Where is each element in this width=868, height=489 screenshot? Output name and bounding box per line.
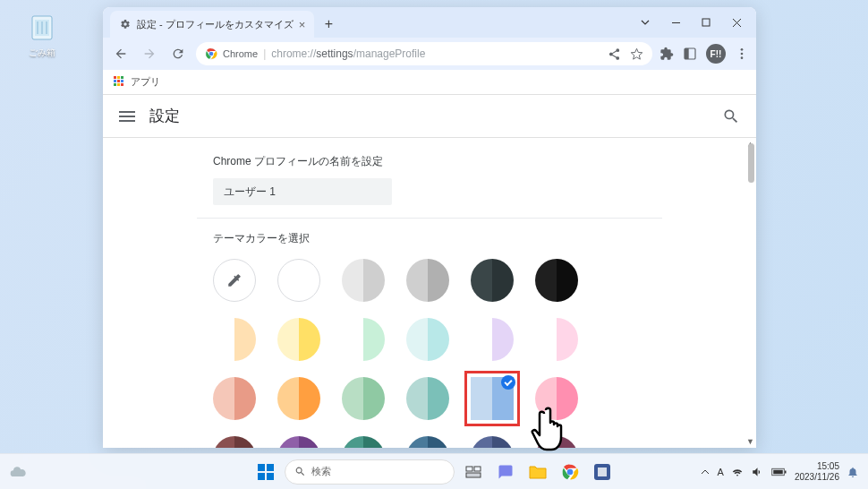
tab-close-button[interactable]: × <box>299 18 306 31</box>
svg-rect-26 <box>773 469 783 474</box>
theme-color-swatch-12[interactable] <box>213 377 256 420</box>
address-origin: Chrome <box>223 48 258 59</box>
scrollbar-thumb[interactable] <box>748 143 754 183</box>
cursor-hand-icon <box>530 403 574 457</box>
search-icon[interactable] <box>722 107 740 125</box>
wifi-icon[interactable] <box>731 466 744 478</box>
theme-color-swatch-16[interactable] <box>471 377 514 420</box>
recycle-bin-label: ごみ箱 <box>20 47 64 59</box>
minimize-button[interactable] <box>668 18 683 28</box>
scrollbar[interactable]: ▲ ▼ <box>744 138 756 448</box>
desktop-recycle-bin[interactable]: ごみ箱 <box>20 11 64 59</box>
omnibox-right-icons <box>608 47 643 61</box>
star-icon[interactable] <box>630 47 643 61</box>
chrome-icon <box>205 47 217 60</box>
theme-color-swatch-15[interactable] <box>406 377 449 420</box>
theme-color-swatch-6[interactable] <box>213 318 256 361</box>
apps-icon[interactable] <box>114 76 126 89</box>
menu-dots-icon[interactable] <box>735 47 749 61</box>
theme-color-swatch-8[interactable] <box>342 318 385 361</box>
close-button[interactable] <box>729 18 744 28</box>
cloud-icon <box>9 463 27 481</box>
file-explorer-icon[interactable] <box>524 459 551 485</box>
taskbar-center: 検索 <box>252 459 616 485</box>
svg-point-12 <box>741 56 744 59</box>
theme-color-swatch-21[interactable] <box>406 436 449 448</box>
taskbar: 検索 A 15:05 2023/11/26 <box>0 453 868 489</box>
chrome-taskbar-icon[interactable] <box>557 459 583 485</box>
titlebar: 設定 - プロフィールをカスタマイズ × + <box>103 7 756 38</box>
start-button[interactable] <box>252 459 279 485</box>
settings-content: Chrome プロフィールの名前を設定 テーマカラーを選択 ▲ ▼ <box>103 138 756 448</box>
hamburger-menu[interactable] <box>119 108 135 124</box>
volume-icon[interactable] <box>751 466 764 478</box>
apps-label[interactable]: アプリ <box>131 75 160 89</box>
window-controls <box>625 7 756 38</box>
profile-name-section: Chrome プロフィールの名前を設定 <box>197 142 662 219</box>
theme-color-swatch-13[interactable] <box>277 377 320 420</box>
maximize-button[interactable] <box>699 18 713 27</box>
extension-icons: F!! <box>660 44 749 64</box>
theme-color-swatch-14[interactable] <box>342 377 385 420</box>
search-placeholder: 検索 <box>311 465 331 478</box>
svg-point-11 <box>741 53 744 56</box>
battery-icon[interactable] <box>771 467 787 477</box>
bookmark-side-icon[interactable] <box>683 47 697 61</box>
theme-color-swatch-19[interactable] <box>277 436 320 448</box>
tray-chevron-icon[interactable] <box>700 467 711 477</box>
theme-color-swatch-1[interactable] <box>277 259 320 302</box>
gear-icon <box>119 18 132 30</box>
theme-color-swatch-5[interactable] <box>535 259 578 302</box>
svg-rect-18 <box>474 467 481 471</box>
settings-card: Chrome プロフィールの名前を設定 テーマカラーを選択 <box>197 142 662 448</box>
taskbar-app-icon[interactable] <box>589 459 616 485</box>
recycle-bin-icon <box>25 11 59 45</box>
svg-rect-23 <box>598 468 607 476</box>
taskbar-search[interactable]: 検索 <box>285 459 455 485</box>
theme-color-swatch-10[interactable] <box>471 318 514 361</box>
ime-indicator[interactable]: A <box>718 467 724 477</box>
tab-title: 設定 - プロフィールをカスタマイズ <box>137 18 294 31</box>
omnibox[interactable]: Chrome | chrome://settings/manageProfile <box>196 42 652 65</box>
chevron-down-icon[interactable] <box>638 17 652 28</box>
theme-color-title: テーマカラーを選択 <box>213 231 646 246</box>
extensions-icon[interactable] <box>660 47 674 61</box>
svg-rect-3 <box>702 19 710 26</box>
svg-rect-17 <box>466 467 472 471</box>
search-icon <box>294 466 306 477</box>
task-view-button[interactable] <box>460 459 487 485</box>
theme-color-swatch-3[interactable] <box>406 259 449 302</box>
back-button[interactable] <box>110 43 132 64</box>
theme-color-swatch-2[interactable] <box>342 259 385 302</box>
profile-avatar[interactable]: F!! <box>706 44 726 64</box>
new-tab-button[interactable]: + <box>318 13 339 35</box>
profile-name-title: Chrome プロフィールの名前を設定 <box>213 154 646 169</box>
theme-color-swatch-7[interactable] <box>277 318 320 361</box>
theme-color-section: テーマカラーを選択 <box>197 219 662 448</box>
theme-color-swatch-0[interactable] <box>213 259 256 302</box>
svg-rect-25 <box>785 470 787 473</box>
share-icon[interactable] <box>608 47 621 61</box>
notification-icon[interactable] <box>847 466 859 478</box>
svg-point-7 <box>209 52 214 56</box>
theme-color-swatch-9[interactable] <box>406 318 449 361</box>
color-grid <box>213 255 646 448</box>
taskbar-clock[interactable]: 15:05 2023/11/26 <box>795 461 839 483</box>
theme-color-swatch-18[interactable] <box>213 436 256 448</box>
forward-button[interactable] <box>139 43 160 64</box>
address-bar-row: Chrome | chrome://settings/manageProfile… <box>103 38 756 70</box>
svg-rect-15 <box>258 473 265 480</box>
settings-header: 設定 <box>103 95 756 138</box>
reload-button[interactable] <box>167 43 189 64</box>
taskbar-chat-icon[interactable] <box>492 459 519 485</box>
weather-widget[interactable] <box>9 463 27 481</box>
svg-rect-16 <box>267 473 274 480</box>
theme-color-swatch-20[interactable] <box>342 436 385 448</box>
check-icon <box>501 375 515 390</box>
profile-name-input[interactable] <box>213 178 392 205</box>
theme-color-swatch-4[interactable] <box>471 259 514 302</box>
svg-rect-19 <box>466 473 481 477</box>
browser-tab[interactable]: 設定 - プロフィールをカスタマイズ × <box>110 11 314 38</box>
theme-color-swatch-11[interactable] <box>535 318 578 361</box>
theme-color-swatch-22[interactable] <box>471 436 514 448</box>
